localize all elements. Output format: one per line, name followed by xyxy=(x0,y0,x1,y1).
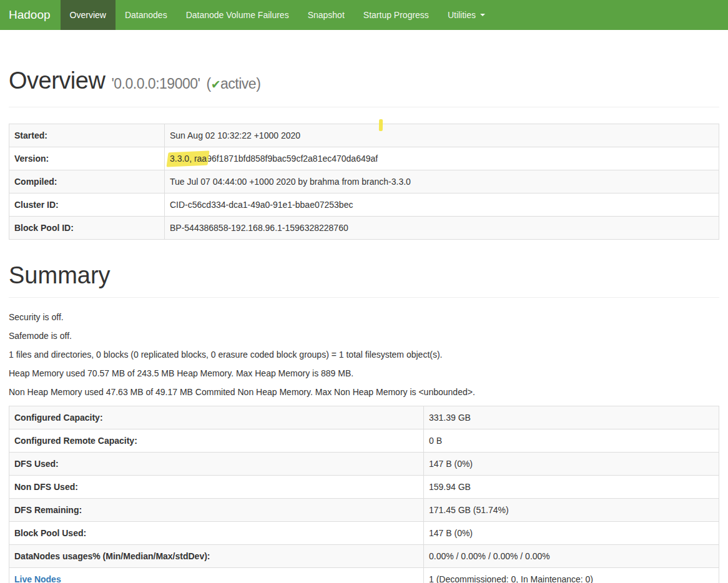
row-value: BP-544386858-192.168.96.1-1596328228760 xyxy=(165,217,719,240)
nav-tab-datanodes[interactable]: Datanodes xyxy=(116,0,177,30)
row-label: Block Pool Used: xyxy=(9,522,424,545)
row-value: 0 B xyxy=(424,429,719,453)
safemode-status-text: Safemode is off. xyxy=(9,331,719,341)
table-row-live-nodes: Live Nodes 1 (Decommissioned: 0, In Main… xyxy=(9,568,719,583)
nav-tab-datanode-volume-failures[interactable]: Datanode Volume Failures xyxy=(177,0,298,30)
status-badge: (✔active) xyxy=(206,76,260,92)
table-row-configured-capacity: Configured Capacity: 331.39 GB xyxy=(9,406,719,429)
row-label: Configured Remote Capacity: xyxy=(9,429,424,453)
table-row-dfs-remaining: DFS Remaining: 171.45 GB (51.74%) xyxy=(9,499,719,522)
table-row-started: Started: Sun Aug 02 10:32:22 +1000 2020 xyxy=(9,124,719,147)
nav-dropdown-utilities-label: Utilities xyxy=(448,10,476,20)
table-row-non-dfs-used: Non DFS Used: 159.94 GB xyxy=(9,476,719,499)
table-row-block-pool-used: Block Pool Used: 147 B (0%) xyxy=(9,522,719,545)
page-title: Overview '0.0.0.0:19000' (✔active) xyxy=(9,67,719,98)
caret-down-icon xyxy=(480,14,485,16)
row-value: 147 B (0%) xyxy=(424,453,719,476)
active-check-icon: ✔ xyxy=(211,78,220,91)
row-label: DFS Used: xyxy=(9,453,424,476)
summary-table: Configured Capacity: 331.39 GB Configure… xyxy=(9,406,719,583)
security-status-text: Security is off. xyxy=(9,312,719,323)
table-row-dfs-used: DFS Used: 147 B (0%) xyxy=(9,453,719,476)
table-row-compiled: Compiled: Tue Jul 07 04:44:00 +1000 2020… xyxy=(9,170,719,194)
row-label: Started: xyxy=(9,124,165,147)
nav-tab-startup-progress[interactable]: Startup Progress xyxy=(354,0,438,30)
row-label: Live Nodes xyxy=(9,568,424,583)
table-row-cluster-id: Cluster ID: CID-c56cd334-dca1-49a0-91e1-… xyxy=(9,194,719,217)
highlighter-dash-annotation xyxy=(379,119,383,131)
nav-dropdown-utilities[interactable]: Utilities xyxy=(438,0,494,30)
row-value: 3.3.0, raa96f1871bfd858f9bac59cf2a81ec47… xyxy=(165,147,719,170)
heap-memory-text: Heap Memory used 70.57 MB of 243.5 MB He… xyxy=(9,368,719,379)
row-value: 171.45 GB (51.74%) xyxy=(424,499,719,522)
summary-heading: Summary xyxy=(9,262,719,288)
main-content: Overview '0.0.0.0:19000' (✔active) Start… xyxy=(0,67,728,583)
row-label: Block Pool ID: xyxy=(9,217,165,240)
namenode-address: '0.0.0.0:19000' xyxy=(111,76,200,92)
nav-tab-snapshot[interactable]: Snapshot xyxy=(298,0,354,30)
cluster-info-table: Started: Sun Aug 02 10:32:22 +1000 2020 … xyxy=(9,124,719,240)
row-value: 0.00% / 0.00% / 0.00% / 0.00% xyxy=(424,545,719,568)
row-label: DFS Remaining: xyxy=(9,499,424,522)
row-label: Non DFS Used: xyxy=(9,476,424,499)
row-value: 1 (Decommissioned: 0, In Maintenance: 0) xyxy=(424,568,719,583)
row-label: Configured Capacity: xyxy=(9,406,424,429)
table-row-version: Version: 3.3.0, raa96f1871bfd858f9bac59c… xyxy=(9,147,719,170)
row-value: 159.94 GB xyxy=(424,476,719,499)
version-highlighted-text: 3.3.0, raa xyxy=(170,154,207,164)
summary-paragraphs: Security is off. Safemode is off. 1 file… xyxy=(9,312,719,398)
table-row-configured-remote-capacity: Configured Remote Capacity: 0 B xyxy=(9,429,719,453)
row-label: Compiled: xyxy=(9,170,165,194)
table-row-block-pool-id: Block Pool ID: BP-544386858-192.168.96.1… xyxy=(9,217,719,240)
table-row-datanodes-usages: DataNodes usages% (Min/Median/Max/stdDev… xyxy=(9,545,719,568)
live-nodes-link[interactable]: Live Nodes xyxy=(14,574,61,583)
divider xyxy=(9,297,719,298)
row-label: Version: xyxy=(9,147,165,170)
row-value: Tue Jul 07 04:44:00 +1000 2020 by brahma… xyxy=(165,170,719,194)
row-value: Sun Aug 02 10:32:22 +1000 2020 xyxy=(165,124,719,147)
non-heap-memory-text: Non Heap Memory used 47.63 MB of 49.17 M… xyxy=(9,387,719,398)
row-label: Cluster ID: xyxy=(9,194,165,217)
filesystem-objects-text: 1 files and directories, 0 blocks (0 rep… xyxy=(9,350,719,360)
nav-tab-overview[interactable]: Overview xyxy=(61,0,116,30)
row-value: 331.39 GB xyxy=(424,406,719,429)
row-label: DataNodes usages% (Min/Median/Max/stdDev… xyxy=(9,545,424,568)
page-title-text: Overview xyxy=(9,67,105,94)
row-value: 147 B (0%) xyxy=(424,522,719,545)
row-value: CID-c56cd334-dca1-49a0-91e1-bbae07253bec xyxy=(165,194,719,217)
brand-hadoop[interactable]: Hadoop xyxy=(0,0,61,30)
divider xyxy=(9,107,719,107)
top-navbar: Hadoop Overview Datanodes Datanode Volum… xyxy=(0,0,728,30)
